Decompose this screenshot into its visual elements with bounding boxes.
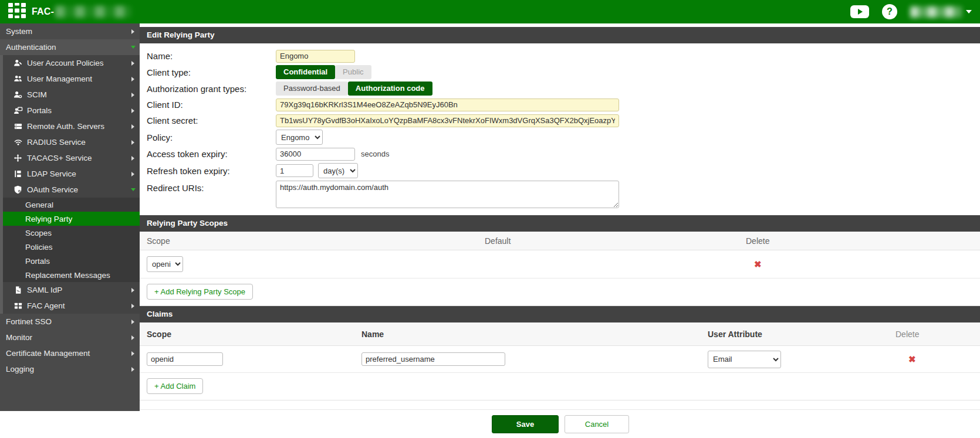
sidebar-item-oauth-policies[interactable]: Policies	[3, 240, 140, 254]
name-label: Name:	[147, 51, 276, 61]
sidebar-item-label: FAC Agent	[27, 301, 65, 310]
video-tutorials-icon[interactable]	[850, 5, 869, 18]
server-icon	[13, 122, 23, 131]
chevron-right-icon	[131, 304, 134, 308]
sidebar-item-replacement-messages[interactable]: Replacement Messages	[3, 268, 140, 282]
sidebar-item-certificate-management[interactable]: Certificate Management	[0, 345, 140, 361]
chevron-right-icon	[131, 140, 134, 145]
sidebar-item-relying-party[interactable]: Relying Party	[3, 212, 140, 226]
policy-select[interactable]: Engomo	[276, 130, 323, 145]
client-secret-input[interactable]	[276, 114, 619, 127]
authentication-submenu: User Account Policies User Management SC…	[0, 55, 140, 314]
sidebar-item-label: Policies	[25, 243, 53, 252]
grant-authorization-code-button[interactable]: Authorization code	[348, 82, 432, 96]
sidebar-item-system[interactable]: System	[0, 23, 140, 39]
help-icon[interactable]: ?	[882, 4, 897, 19]
chevron-right-icon	[131, 108, 134, 113]
add-claim-button[interactable]: + Add Claim	[147, 378, 203, 394]
caret-down-icon	[966, 10, 972, 13]
scope-select[interactable]: openid	[147, 256, 183, 272]
sidebar-item-oauth-portals[interactable]: Portals	[3, 254, 140, 268]
brand-prefix: FAC-	[32, 6, 54, 17]
client-id-input[interactable]	[276, 99, 619, 111]
save-button[interactable]: Save	[492, 415, 559, 433]
delete-claim-button[interactable]: ✖	[908, 354, 916, 365]
claims-add-row: + Add Claim	[140, 373, 980, 400]
access-token-expiry-label: Access token expiry:	[147, 149, 276, 159]
user-window-icon	[13, 106, 23, 116]
relying-party-scopes-section: Relying Party Scopes Scope Default Delet…	[140, 215, 980, 306]
caret-down-icon	[131, 46, 136, 49]
delete-scope-button[interactable]: ✖	[754, 259, 762, 270]
shield-icon	[13, 185, 23, 195]
claims-col-user-attribute: User Attribute	[708, 330, 895, 339]
sidebar-item-tacacs-service[interactable]: TACACS+ Service	[3, 150, 140, 166]
claim-user-attribute-select[interactable]: Email	[708, 351, 781, 368]
add-relying-party-scope-button[interactable]: + Add Relying Party Scope	[147, 284, 253, 300]
client-type-label: Client type:	[147, 67, 276, 77]
claims-col-name: Name	[361, 330, 708, 339]
client-type-confidential-button[interactable]: Confidential	[276, 65, 335, 79]
chevron-right-icon	[131, 124, 134, 129]
sidebar-item-label: Replacement Messages	[25, 271, 110, 280]
user-gear-icon	[13, 90, 23, 100]
sidebar-item-label: SCIM	[27, 90, 47, 99]
sidebar-item-user-management[interactable]: User Management	[3, 71, 140, 87]
sidebar-item-label: Fortinet SSO	[6, 317, 52, 326]
refresh-token-expiry-input[interactable]	[276, 164, 313, 177]
claims-section-title: Claims	[140, 306, 980, 322]
claims-col-delete: Delete	[895, 330, 980, 339]
name-input[interactable]	[276, 50, 355, 63]
chevron-right-icon	[131, 335, 134, 340]
form-actions: Save Cancel	[140, 409, 980, 433]
claim-scope-input[interactable]	[147, 352, 223, 366]
scopes-table-header: Scope Default Delete	[140, 232, 980, 250]
sidebar-item-label: General	[25, 201, 53, 209]
relying-party-form: Name: Client type: Confidential Public A…	[140, 43, 980, 215]
sidebar-item-monitor[interactable]: Monitor	[0, 330, 140, 345]
chevron-right-icon	[131, 367, 134, 372]
redirect-uris-label: Redirect URIs:	[147, 181, 276, 193]
sidebar-item-fac-agent[interactable]: FAC Agent	[3, 298, 140, 314]
redirect-uris-textarea[interactable]: https://auth.mydomain.com/auth	[276, 181, 619, 208]
sidebar-item-scim[interactable]: SCIM	[3, 87, 140, 103]
sidebar-item-logging[interactable]: Logging	[0, 361, 140, 377]
user-policies-icon	[13, 59, 23, 68]
grant-password-button[interactable]: Password-based	[276, 82, 348, 96]
sidebar-item-label: LDAP Service	[27, 169, 76, 178]
redacted-hostname	[55, 6, 131, 18]
chevron-right-icon	[131, 93, 134, 97]
refresh-token-unit-select[interactable]: day(s)	[318, 163, 358, 178]
client-secret-label: Client secret:	[147, 116, 276, 125]
cancel-button[interactable]: Cancel	[565, 415, 629, 433]
refresh-token-expiry-label: Refresh token expiry:	[147, 166, 276, 176]
chevron-right-icon	[131, 156, 134, 161]
claim-name-input[interactable]	[361, 352, 505, 366]
sidebar-item-portals[interactable]: Portals	[3, 103, 140, 118]
chevron-right-icon	[131, 172, 134, 176]
sidebar-item-label: Remote Auth. Servers	[27, 122, 104, 131]
sidebar-item-saml-idp[interactable]: SAML IdP	[3, 282, 140, 298]
sidebar-item-label: Authentication	[6, 43, 56, 52]
sidebar-item-authentication[interactable]: Authentication	[0, 39, 140, 55]
scopes-col-default: Default	[485, 236, 746, 246]
sidebar-item-label: Scopes	[25, 229, 52, 237]
client-type-public-button[interactable]: Public	[335, 65, 371, 79]
sidebar-item-remote-auth-servers[interactable]: Remote Auth. Servers	[3, 118, 140, 134]
grant-types-segment: Password-based Authorization code	[276, 82, 432, 96]
caret-down-icon	[131, 188, 136, 191]
client-id-label: Client ID:	[147, 100, 276, 110]
sidebar-item-label: User Account Policies	[27, 59, 104, 67]
access-token-expiry-input[interactable]	[276, 148, 355, 161]
sidebar-item-oauth-general[interactable]: General	[3, 198, 140, 212]
sidebar-item-label: System	[6, 27, 32, 36]
sidebar-item-label: Portals	[27, 106, 52, 115]
sidebar-item-ldap-service[interactable]: LDAP Service	[3, 166, 140, 182]
sidebar-item-user-account-policies[interactable]: User Account Policies	[3, 55, 140, 71]
sidebar-item-fortinet-sso[interactable]: Fortinet SSO	[0, 314, 140, 330]
sidebar-item-radius-service[interactable]: RADIUS Service	[3, 134, 140, 150]
sidebar-item-oauth-scopes[interactable]: Scopes	[3, 226, 140, 240]
sidebar-item-oauth-service[interactable]: OAuth Service	[3, 182, 140, 198]
sidebar-item-label: TACACS+ Service	[27, 154, 92, 162]
user-menu[interactable]	[910, 6, 972, 18]
